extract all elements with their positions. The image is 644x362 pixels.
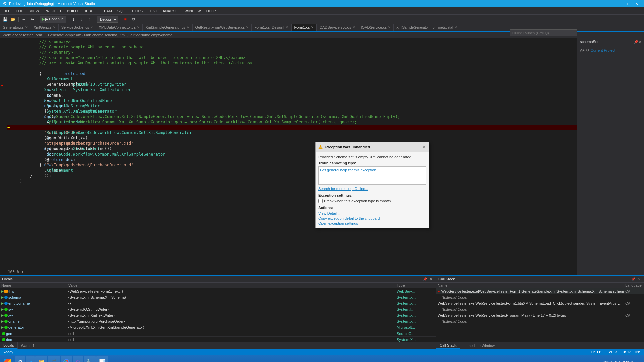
schema-settings-btn[interactable]: ⚙	[586, 48, 589, 52]
taskbar-chrome-btn[interactable]	[61, 356, 72, 362]
locals-row-doc[interactable]: doc null System.X...	[0, 337, 436, 342]
tab-generator[interactable]: Generator.cs ✕	[0, 24, 31, 31]
tab-xmldataconnector[interactable]: XMLDataConnector.cs ✕	[96, 24, 143, 31]
maximize-button[interactable]: □	[622, 0, 631, 7]
menu-project[interactable]: PROJECT	[42, 7, 64, 14]
breadcrumb-method[interactable]: GenerateSampleXml(XmlSchema schema, XmlQ…	[48, 33, 174, 37]
tab-form1[interactable]: Form1.cs ✕	[291, 24, 317, 31]
minimize-button[interactable]: ─	[612, 0, 621, 7]
tab-xmlgen[interactable]: XmlGen.cs ✕	[31, 24, 59, 31]
search-link[interactable]: Search for more Help Online...	[318, 187, 426, 191]
taskbar-folder-btn[interactable]: 📁	[35, 356, 47, 362]
tab-locals[interactable]: Locals	[0, 342, 18, 349]
callstack-row-1[interactable]: ● WebServiceTester.exe!WebServiceTester.…	[436, 288, 644, 294]
undo-button[interactable]: ↩	[20, 16, 28, 23]
tab-immediate-window[interactable]: Immediate Window	[460, 342, 499, 349]
close-button[interactable]: ✕	[632, 0, 641, 7]
locals-close-button[interactable]: ✕	[428, 276, 434, 282]
menu-window[interactable]: WINDOW	[182, 7, 203, 14]
tab-close-qadservice[interactable]: ✕	[353, 26, 355, 29]
code-editor[interactable]: /// <summary> /// Generate sample XML ba…	[7, 38, 577, 275]
taskbar-ie-btn[interactable]: ℯ	[26, 356, 35, 362]
menu-build[interactable]: BUILD	[64, 7, 80, 14]
tab-qadservice[interactable]: QADService.svc.cs ✕	[317, 24, 358, 31]
taskbar-app1-btn[interactable]: 🔧	[84, 356, 96, 362]
callstack-row-5[interactable]: WebServiceTester.exe!WebServiceTester.Pr…	[436, 312, 644, 318]
tab-servicebroker[interactable]: ServiceBroker.cs ✕	[59, 24, 96, 31]
menu-debug[interactable]: DEBUG	[80, 7, 99, 14]
tab-watch1[interactable]: Watch 1	[18, 342, 38, 349]
locals-row-this[interactable]: ▶ this {WebServiceTester.Form1, Text: } …	[0, 288, 436, 294]
menu-test[interactable]: TEST	[145, 7, 160, 14]
tab-close-xmlgen[interactable]: ✕	[53, 26, 56, 29]
menu-tools[interactable]: TOOLS	[127, 7, 145, 14]
taskbar-vs-btn[interactable]: ⚙	[73, 356, 83, 362]
tab-close-form1design[interactable]: ✕	[286, 26, 288, 29]
tab-xmlsamplegenerator-metadata[interactable]: XmlSampleGenerator [from metadata] ✕	[394, 24, 460, 31]
step-out-button[interactable]: ↑	[86, 16, 93, 23]
locals-pin-button[interactable]: 📌	[422, 276, 428, 282]
copy-exception-link[interactable]: Copy exception detail to the clipboard	[318, 216, 426, 220]
step-into-button[interactable]: ↓	[78, 16, 85, 23]
menu-help[interactable]: HELP	[204, 7, 219, 14]
tab-iqadservice[interactable]: IQADService.cs ✕	[358, 24, 394, 31]
tab-close-metadata[interactable]: ✕	[454, 26, 457, 29]
expand-icon[interactable]: ▶	[1, 326, 4, 329]
tab-close-iqadservice[interactable]: ✕	[388, 26, 391, 29]
expand-icon[interactable]: ▶	[1, 314, 4, 317]
zoom-indicator[interactable]: 100 % ▾	[8, 270, 23, 274]
tab-close-form1[interactable]: ✕	[311, 26, 314, 29]
locals-row-schema[interactable]: ▶ schema {System.Xml.Schema.XmlSchema} S…	[0, 294, 436, 300]
show-desktop-button[interactable]: ▭	[635, 359, 640, 362]
redo-button[interactable]: ↪	[29, 16, 36, 23]
expand-icon[interactable]: ▶	[1, 320, 4, 323]
schema-current-project-label[interactable]: Current Project	[591, 48, 615, 52]
tab-close-generator[interactable]: ✕	[25, 26, 28, 29]
locals-row-generator[interactable]: ▶ generator {Microsoft.Xml.XmlGen.XmlSam…	[0, 324, 436, 330]
taskbar-media-btn[interactable]: 🎵	[48, 356, 60, 362]
save-button[interactable]: 💾	[1, 16, 9, 23]
menu-sql[interactable]: SQL	[115, 7, 127, 14]
locals-row-sw[interactable]: ▶ sw {System.IO.StringWriter} System.I..…	[0, 306, 436, 312]
locals-row-gen[interactable]: gen null SourceC...	[0, 330, 436, 337]
taskbar-settings-btn[interactable]: ⚙	[15, 356, 25, 362]
step-over-button[interactable]: ⤵	[70, 16, 77, 23]
menu-analyze[interactable]: ANALYZE	[160, 7, 182, 14]
tab-close-xmlsamplegenerator[interactable]: ✕	[187, 26, 190, 29]
restart-button[interactable]: ↺	[130, 16, 137, 23]
tab-form1design[interactable]: Form1.cs [Design] ✕	[252, 24, 291, 31]
schema-panel-close[interactable]: ✕	[639, 40, 641, 44]
debug-target-dropdown[interactable]: Debug	[97, 16, 118, 23]
callstack-pin-button[interactable]: 📌	[631, 276, 636, 282]
schema-add-btn[interactable]: A+	[580, 48, 585, 52]
start-button[interactable]	[1, 356, 15, 362]
locals-row-qname[interactable]: ▶ qname {http://tempuri.org:PurchaseOrde…	[0, 318, 436, 324]
callstack-close-button[interactable]: ✕	[637, 276, 642, 282]
locals-row-xw[interactable]: ▶ xw {System.Xml.XmlTextWriter} System.X…	[0, 312, 436, 318]
schema-panel-pin[interactable]: 📌	[634, 40, 638, 44]
menu-view[interactable]: VIEW	[27, 7, 42, 14]
quick-launch-input[interactable]	[510, 29, 577, 36]
expand-icon[interactable]: ▶	[1, 308, 4, 311]
locals-row-emptyqname[interactable]: ▶ emptyqname {} System.X...	[0, 300, 436, 306]
view-detail-link[interactable]: View Detail...	[318, 211, 426, 215]
tips-box[interactable]: Get general help for this exception.	[318, 166, 426, 185]
menu-team[interactable]: TEAM	[99, 7, 115, 14]
exception-close-button[interactable]: ✕	[422, 144, 426, 150]
tab-getresult[interactable]: GetResultFromWebService.cs ✕	[193, 24, 252, 31]
open-button[interactable]: 📂	[9, 16, 17, 23]
stop-debugging-button[interactable]: ■	[122, 16, 129, 23]
expand-icon[interactable]: ▶	[1, 302, 4, 305]
tab-close-xmldataconnector[interactable]: ✕	[137, 26, 140, 29]
expand-icon[interactable]: ▶	[1, 290, 4, 293]
taskbar-app2-btn[interactable]: 📊	[96, 356, 108, 362]
breakpoint-indicator[interactable]: ●	[1, 83, 3, 88]
tab-call-stack[interactable]: Call Stack	[436, 342, 460, 349]
tips-link[interactable]: Get general help for this exception.	[320, 168, 377, 172]
menu-file[interactable]: FILE	[0, 7, 13, 14]
open-exception-settings-link[interactable]: Open exception settings	[318, 221, 426, 225]
breadcrumb-project[interactable]: WebServiceTester.Form1	[3, 33, 44, 37]
start-debugging-button[interactable]: ▶ ▶ Continue	[40, 16, 66, 23]
tab-xmlsamplegenerator[interactable]: XmlSampleGenerator.cs ✕	[143, 24, 192, 31]
menu-edit[interactable]: EDIT	[13, 7, 27, 14]
